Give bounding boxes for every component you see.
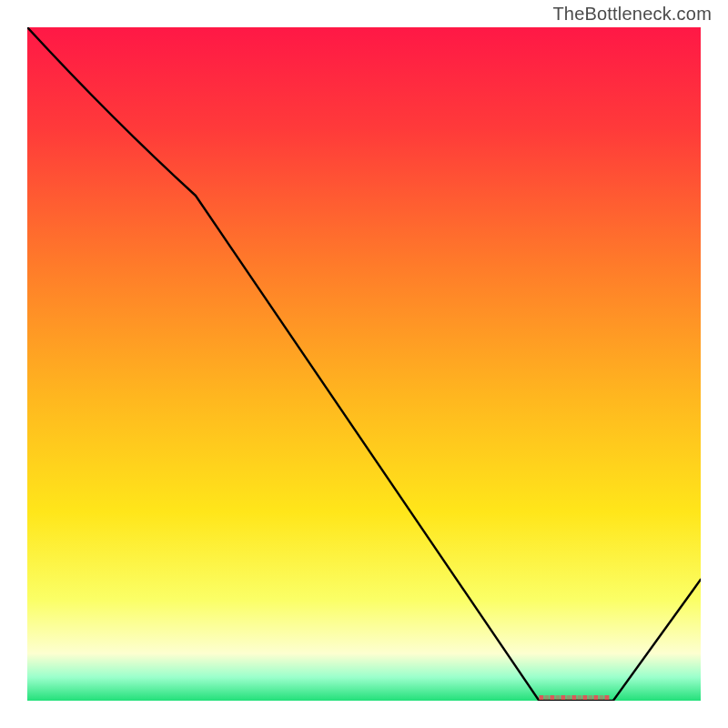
svg-rect-1 [544, 695, 549, 700]
svg-rect-4 [561, 695, 565, 700]
bottleneck-chart [27, 27, 701, 701]
svg-rect-2 [550, 695, 554, 700]
chart-background [27, 27, 701, 701]
svg-rect-9 [588, 695, 592, 700]
svg-rect-5 [566, 695, 571, 700]
svg-rect-6 [571, 695, 576, 700]
svg-rect-12 [604, 695, 609, 700]
svg-rect-10 [593, 695, 598, 700]
watermark-text: TheBottleneck.com [552, 4, 712, 25]
svg-rect-3 [555, 695, 560, 700]
svg-rect-11 [599, 695, 603, 700]
svg-rect-8 [582, 695, 587, 700]
chart-plot-area [27, 27, 701, 701]
svg-rect-7 [577, 695, 581, 700]
svg-rect-0 [539, 695, 543, 700]
